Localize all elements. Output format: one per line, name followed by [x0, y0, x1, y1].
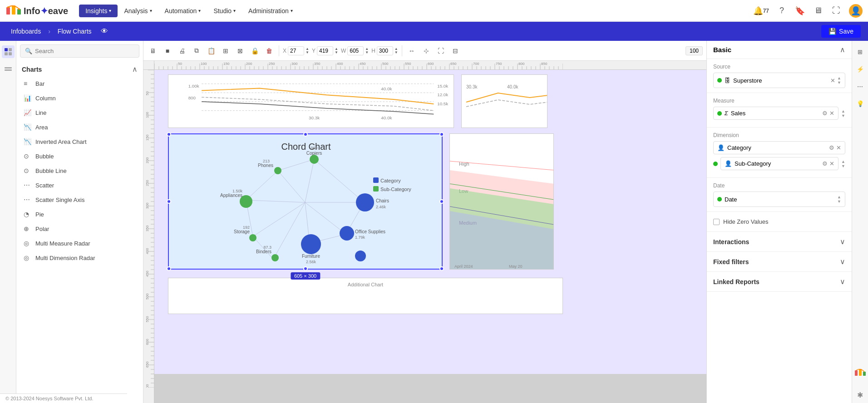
chart-item-line[interactable]: 📈 Line	[20, 105, 139, 120]
source-actions: ✕ ▲▼	[830, 76, 841, 85]
lock-icon[interactable]: 🔒	[249, 45, 261, 57]
shapes-icon[interactable]	[2, 45, 15, 58]
save-button[interactable]: 💾 Save	[821, 25, 861, 38]
dim-category-clear[interactable]: ✕	[836, 144, 841, 151]
chord-chart-element[interactable]: 605 × 300 Chord Chart	[168, 133, 443, 270]
chart-item-area[interactable]: 📉 Area	[20, 120, 139, 134]
link-icon[interactable]: ↔	[406, 45, 418, 57]
zoom-value[interactable]: 100	[686, 46, 703, 55]
charts-section-header[interactable]: Charts ∧	[20, 62, 139, 76]
resize-handle-br[interactable]	[439, 266, 444, 271]
chart-item-bar[interactable]: ≡ Bar	[20, 76, 139, 91]
delete-icon[interactable]: 🗑	[263, 45, 275, 57]
grid-icon[interactable]: ⊟	[449, 45, 461, 57]
bookmark-icon[interactable]: 🔖	[794, 5, 805, 16]
search-box[interactable]: 🔍	[20, 44, 139, 58]
chart-item-column[interactable]: 📊 Column	[20, 91, 139, 105]
user-icon[interactable]: 👤	[849, 4, 863, 18]
duplicate-icon[interactable]: ⊞	[220, 45, 232, 57]
h-arrows[interactable]: ▲▼	[395, 47, 398, 54]
chart-item-pie[interactable]: ◔ Pie	[20, 207, 139, 221]
dim-category-gear[interactable]: ⚙	[829, 144, 834, 151]
subcategory-arrows[interactable]: ▲▼	[841, 159, 845, 168]
y-input[interactable]	[317, 46, 333, 55]
chart-item-bubble[interactable]: ⊙ Bubble	[20, 149, 139, 163]
chart-item-multi-dimension-radar[interactable]: ◎ Multi Dimension Radar	[20, 251, 139, 265]
h-input[interactable]	[377, 46, 393, 55]
line-chart-element[interactable]: 1.00k 800	[168, 74, 454, 128]
x-arrows[interactable]: ▲▼	[306, 47, 309, 54]
chart-item-scatter[interactable]: ⋯ Scatter	[20, 178, 139, 192]
linked-reports-row[interactable]: Linked Reports ∨	[707, 272, 852, 292]
logo[interactable]: Info✦eave	[5, 3, 68, 19]
resize-handle-ml[interactable]	[167, 199, 171, 204]
main-canvas[interactable]: 1.00k 800	[154, 70, 706, 403]
chart-item-multi-measure-radar[interactable]: ◎ Multi Measure Radar	[20, 236, 139, 251]
hide-zero-row[interactable]: Hide Zero Values	[713, 216, 845, 227]
interactions-row[interactable]: Interactions ∨	[707, 232, 852, 252]
chart-item-bubble-line[interactable]: ⊙ Bubble Line	[20, 163, 139, 178]
measure-gear-icon[interactable]: ⚙	[822, 110, 828, 117]
area-chart-element[interactable]: High Low Medium April 2024	[449, 133, 554, 270]
breadcrumb-infoboards[interactable]: Infoboards	[7, 26, 44, 37]
resize-handle-bc[interactable]	[303, 266, 308, 271]
dimension-item-category[interactable]: 👤 Category ⚙ ✕	[713, 141, 845, 154]
print-icon[interactable]: 🖨	[176, 45, 188, 57]
measure-field[interactable]: Σ Sales ⚙ ✕	[713, 107, 838, 120]
nav-studio[interactable]: Studio ▾	[207, 5, 242, 17]
fullscreen-icon[interactable]: ⛶	[435, 45, 447, 57]
layers-icon[interactable]	[2, 63, 15, 75]
date-arrows[interactable]: ▲▼	[837, 195, 841, 204]
right-sidebar-asterisk[interactable]: ✱	[857, 391, 863, 399]
y-arrows[interactable]: ▲▼	[335, 47, 338, 54]
nav-insights[interactable]: Insights ▾	[79, 5, 118, 17]
bottom-chart-element[interactable]: Additional Chart	[168, 278, 563, 314]
monitor-toolbar-icon[interactable]: 🖥	[147, 45, 159, 57]
breadcrumb-current[interactable]: Flow Charts	[54, 26, 95, 37]
date-active-dot	[717, 197, 722, 202]
help-icon[interactable]: ?	[776, 5, 787, 16]
resize-handle-tl[interactable]	[167, 132, 171, 137]
resize-handle-tr[interactable]	[439, 132, 444, 137]
resize-handle-mr[interactable]	[439, 199, 444, 204]
monitor-icon[interactable]: 🖥	[813, 5, 824, 16]
nav-administration[interactable]: Administration ▾	[242, 5, 299, 17]
search-input[interactable]	[35, 48, 134, 54]
copy-icon[interactable]: ⧉	[191, 45, 202, 57]
right-sidebar-icon-1[interactable]: ⊞	[854, 45, 867, 58]
left-toolbar	[0, 41, 16, 403]
chart-item-scatter-single[interactable]: ⋯ Scatter Single Axis	[20, 192, 139, 207]
right-sidebar-icon-2[interactable]: ⚡	[854, 63, 867, 75]
align-icon[interactable]: ⊹	[420, 45, 432, 57]
nav-analysis[interactable]: Analysis ▾	[118, 5, 158, 17]
rp-collapse-icon[interactable]: ∧	[840, 45, 845, 54]
eye-icon[interactable]: 👁	[101, 27, 108, 35]
square-toolbar-icon[interactable]: ■	[162, 45, 173, 57]
date-field[interactable]: Date ▲▼	[713, 192, 845, 207]
resize-handle-tc[interactable]	[303, 132, 308, 137]
measure-clear-icon[interactable]: ✕	[829, 110, 834, 117]
dimension-item-subcategory[interactable]: 👤 Sub-Category ⚙ ✕	[720, 157, 838, 170]
expand-icon[interactable]: ⛶	[831, 5, 842, 16]
move-icon[interactable]: ⊠	[234, 45, 246, 57]
right-sidebar-icon-3[interactable]: ⋯	[854, 80, 867, 93]
right-sidebar-icon-4[interactable]: 💡	[854, 97, 867, 110]
source-arrows[interactable]: ▲▼	[837, 76, 841, 85]
measure-arrows[interactable]: ▲▼	[841, 109, 845, 118]
x-input[interactable]	[288, 46, 304, 55]
chart-item-inverted-area[interactable]: 📉 Inverted Area Chart	[20, 134, 139, 149]
dim-subcategory-gear[interactable]: ⚙	[822, 160, 828, 167]
fixed-filters-row[interactable]: Fixed filters ∨	[707, 252, 852, 272]
w-arrows[interactable]: ▲▼	[365, 47, 369, 54]
notification-bell[interactable]: 🔔 77	[753, 6, 769, 16]
resize-handle-bl[interactable]	[167, 266, 171, 271]
hide-zero-checkbox[interactable]	[713, 219, 720, 225]
source-clear-icon[interactable]: ✕	[830, 77, 835, 84]
paste-icon[interactable]: 📋	[205, 45, 217, 57]
chart-item-polar[interactable]: ⊕ Polar	[20, 221, 139, 236]
w-input[interactable]	[347, 46, 364, 55]
nav-automation[interactable]: Automation ▾	[158, 5, 207, 17]
source-field[interactable]: 🗄 Superstore ✕ ▲▼	[713, 73, 845, 88]
right-line-chart[interactable]: 30.3k 40.0k	[461, 74, 547, 128]
dim-subcategory-clear[interactable]: ✕	[829, 160, 834, 167]
